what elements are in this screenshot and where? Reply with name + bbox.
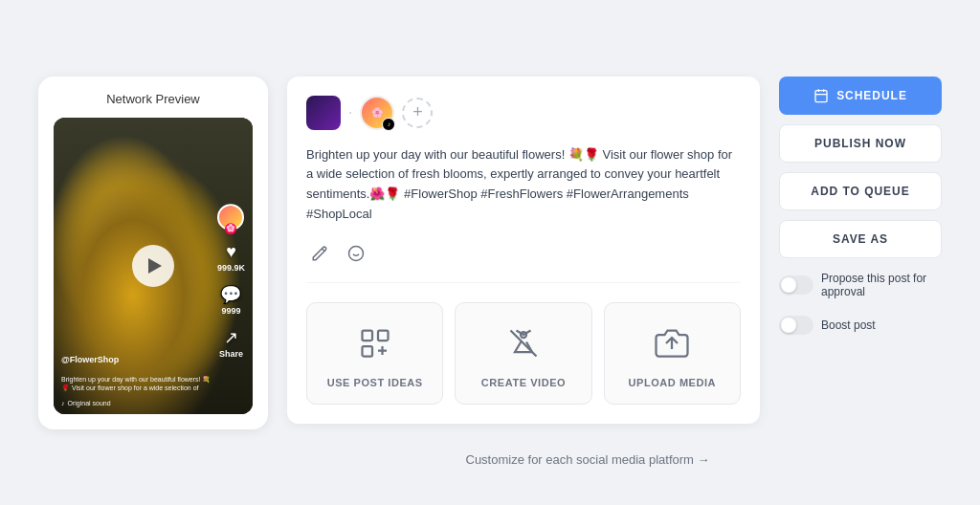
schedule-label: SCHEDULE: [836, 89, 907, 102]
boost-post-row: Boost post: [779, 312, 942, 339]
brand-avatar: [306, 96, 341, 130]
comment-stat: 💬 9999: [220, 284, 241, 316]
tiktok-sound: ♪ Original sound: [61, 400, 111, 406]
network-preview-panel: Network Preview ♥ 999.9K 💬 9999: [38, 77, 268, 429]
propose-approval-toggle[interactable]: [779, 275, 813, 295]
composer-panel: · 🌸 ♪ + Brighten up your day with our be…: [287, 77, 760, 424]
svg-rect-3: [362, 330, 372, 340]
upload-media-label: UPLOAD MEDIA: [629, 377, 717, 388]
boost-post-toggle[interactable]: [779, 316, 813, 335]
create-video-label: CREATE VIDEO: [481, 377, 566, 388]
add-account-button[interactable]: +: [402, 98, 433, 128]
right-panel: SCHEDULE PUBLISH NOW ADD TO QUEUE SAVE A…: [779, 77, 942, 339]
use-post-ideas-label: USE POST IDEAS: [327, 377, 423, 388]
customize-link[interactable]: Customize for each social media platform…: [465, 452, 709, 467]
heart-icon: ♥: [226, 242, 236, 262]
svg-rect-5: [362, 346, 372, 357]
propose-approval-label: Propose this post for approval: [821, 272, 942, 298]
play-button[interactable]: [132, 245, 174, 287]
boost-post-label: Boost post: [821, 318, 876, 332]
use-post-ideas-card[interactable]: USE POST IDEAS: [306, 302, 443, 405]
comment-icon: 💬: [220, 284, 241, 305]
upload-media-card[interactable]: UPLOAD MEDIA: [604, 302, 741, 405]
svg-point-0: [349, 246, 364, 260]
share-label: Share: [219, 349, 243, 359]
dot-separator: ·: [348, 104, 352, 121]
phone-background: ♥ 999.9K 💬 9999 ↗ Share @FlowerShop Brig…: [54, 118, 253, 414]
like-count: 999.9K: [217, 263, 245, 273]
phone-mockup: ♥ 999.9K 💬 9999 ↗ Share @FlowerShop Brig…: [54, 118, 253, 414]
like-stat: ♥ 999.9K: [217, 242, 245, 273]
music-icon: ♪: [61, 400, 65, 406]
magic-pen-icon[interactable]: [306, 240, 333, 267]
composer-header: · 🌸 ♪ +: [306, 96, 741, 130]
composer-toolbar: [306, 240, 741, 283]
tiktok-username: @FlowerShop: [61, 355, 119, 364]
schedule-button[interactable]: SCHEDULE: [779, 77, 942, 115]
action-cards: USE POST IDEAS CREATE VIDEO: [306, 302, 741, 405]
create-video-icon: [506, 326, 541, 367]
tiktok-profile-avatar: [217, 204, 244, 231]
create-video-card[interactable]: CREATE VIDEO: [455, 302, 591, 405]
upload-media-icon: [655, 326, 689, 367]
svg-rect-9: [815, 90, 827, 101]
propose-approval-row: Propose this post for approval: [779, 268, 942, 302]
emoji-icon[interactable]: [343, 240, 369, 267]
post-ideas-icon: [358, 326, 392, 367]
tiktok-logo-icon: ♪: [388, 121, 391, 127]
tiktok-badge: ♪: [382, 118, 395, 131]
svg-rect-4: [378, 330, 389, 340]
save-as-button[interactable]: SAVE AS: [779, 220, 942, 258]
share-icon: ↗: [224, 327, 238, 348]
tiktok-account-avatar: 🌸 ♪: [360, 96, 394, 130]
tiktok-caption: Brighten up your day with our beautiful …: [61, 375, 214, 392]
network-preview-title: Network Preview: [54, 92, 253, 106]
post-text[interactable]: Brighten up your day with our beautiful …: [306, 145, 741, 225]
share-stat: ↗ Share: [219, 327, 243, 359]
tiktok-ui-right: ♥ 999.9K 💬 9999 ↗ Share: [217, 204, 245, 359]
publish-now-button[interactable]: PUBLISH NOW: [779, 124, 942, 163]
comment-count: 9999: [221, 306, 240, 316]
add-to-queue-button[interactable]: ADD TO QUEUE: [779, 172, 942, 210]
